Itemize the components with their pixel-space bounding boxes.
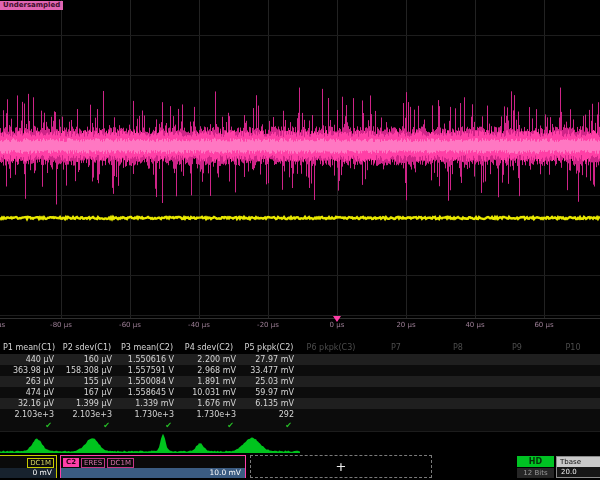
measurement-header[interactable]: P7 (364, 342, 428, 354)
measurement-cell: 155 µV (58, 376, 116, 387)
measurement-cell: 1.557591 V (116, 365, 178, 376)
descriptor-row: DC1M 0 mV C2 ERES DC1M 10.0 mV + HD 12 B… (0, 455, 600, 480)
c2-coupling-badge: DC1M (107, 458, 134, 468)
measurement-cell: 263 µV (0, 376, 58, 387)
measurement-header[interactable]: P5 pkpk(C2) (240, 342, 298, 354)
measurement-row: 474 µV167 µV1.558645 V10.031 mV59.97 mV (0, 387, 600, 398)
measurement-cell: 6.135 mV (240, 398, 298, 409)
measurement-cell (546, 376, 600, 387)
channel-c2-descriptor[interactable]: C2 ERES DC1M 10.0 mV (60, 455, 246, 478)
measurement-cell (298, 354, 364, 365)
measurement-cell (428, 409, 488, 420)
channel-c1-descriptor[interactable]: DC1M 0 mV (0, 455, 57, 478)
trigger-position-icon[interactable] (333, 316, 341, 322)
time-tick-label: 40 µs (465, 321, 484, 329)
c2-eres-badge: ERES (81, 458, 105, 468)
measurement-header[interactable]: P4 sdev(C2) (178, 342, 240, 354)
measurement-header[interactable]: P8 (428, 342, 488, 354)
undersampled-warning-badge: Undersampled (0, 1, 63, 10)
measurement-header[interactable]: P2 sdev(C1) (58, 342, 116, 354)
measurement-cell (488, 365, 546, 376)
measurement-header[interactable]: P6 pkpk(C3) (298, 342, 364, 354)
measurement-cell (546, 387, 600, 398)
time-tick-label: 0 µs (330, 321, 345, 329)
trace-canvas (0, 0, 600, 320)
measurement-cell: 158.308 µV (58, 365, 116, 376)
measurement-row: 263 µV155 µV1.550084 V1.891 mV25.03 mV (0, 376, 600, 387)
measurement-cell: 1.399 µV (58, 398, 116, 409)
measurement-cell: 1.558645 V (116, 387, 178, 398)
timebase-value: 20.0 (557, 467, 600, 477)
time-tick-label: -100 µs (0, 321, 5, 329)
measurement-cell (428, 387, 488, 398)
c1-vertical-scale: 0 mV (0, 468, 56, 478)
measurement-cell: 33.477 mV (240, 365, 298, 376)
time-tick-label: -80 µs (50, 321, 72, 329)
measurement-cell: 363.98 µV (0, 365, 58, 376)
add-trace-button[interactable]: + (250, 455, 432, 478)
measurement-cell (364, 398, 428, 409)
measurement-row: 440 µV160 µV1.550616 V2.200 mV27.97 mV (0, 354, 600, 365)
plus-icon: + (336, 459, 347, 474)
measurement-cell (364, 365, 428, 376)
measurement-cell: 160 µV (58, 354, 116, 365)
measurement-row: 363.98 µV158.308 µV1.557591 V2.968 mV33.… (0, 365, 600, 376)
measurement-header[interactable]: P3 mean(C2) (116, 342, 178, 354)
measurement-cell: 25.03 mV (240, 376, 298, 387)
c2-vertical-scale: 10.0 mV (61, 468, 245, 478)
waveform-grid[interactable]: Undersampled (0, 0, 600, 320)
measurement-cell (488, 398, 546, 409)
measurement-cell: 2.968 mV (178, 365, 240, 376)
measurement-cell: 32.16 µV (0, 398, 58, 409)
measurement-header[interactable]: P10 (546, 342, 600, 354)
measurement-cell: 1.550616 V (116, 354, 178, 365)
c1-coupling-badge: DC1M (27, 458, 54, 468)
measurement-header[interactable]: P9 (488, 342, 546, 354)
measurement-cell (298, 376, 364, 387)
measurement-cell (428, 398, 488, 409)
measurement-cell (488, 354, 546, 365)
measurement-cell: 292 (240, 409, 298, 420)
time-tick-label: -60 µs (119, 321, 141, 329)
measurement-cell: 1.676 mV (178, 398, 240, 409)
measurement-cell: 59.97 mV (240, 387, 298, 398)
measurement-cell (488, 376, 546, 387)
oscilloscope-screen: Undersampled -100 µs-80 µs-60 µs-40 µs-2… (0, 0, 600, 480)
hd-mode-badge[interactable]: HD (517, 456, 554, 467)
measurement-cell (546, 398, 600, 409)
measurement-row: 32.16 µV1.399 µV1.339 mV1.676 mV6.135 mV (0, 398, 600, 409)
measurement-cell (298, 387, 364, 398)
c2-channel-badge: C2 (63, 458, 79, 467)
measurement-cell: 1.550084 V (116, 376, 178, 387)
measurement-cell: 2.200 mV (178, 354, 240, 365)
measurement-cell (298, 365, 364, 376)
measurement-cell: 1.730e+3 (178, 409, 240, 420)
measurement-cell: 167 µV (58, 387, 116, 398)
measurement-histicon (0, 429, 600, 455)
measurement-cell: 1.891 mV (178, 376, 240, 387)
measurement-cell (298, 398, 364, 409)
hd-bits-label: 12 Bits (517, 468, 554, 478)
measurement-cell (488, 409, 546, 420)
measurement-table[interactable]: P1 mean(C1)P2 sdev(C1)P3 mean(C2)P4 sdev… (0, 342, 600, 431)
measurement-header[interactable]: P1 mean(C1) (0, 342, 58, 354)
measurement-cell (546, 354, 600, 365)
measurement-cell (546, 409, 600, 420)
measurement-cell (298, 409, 364, 420)
measurement-cell (546, 365, 600, 376)
measurement-cell (488, 387, 546, 398)
grid-bottom-border (0, 318, 600, 319)
measurement-cell (364, 376, 428, 387)
measurement-cell: 2.103e+3 (0, 409, 58, 420)
timebase-descriptor[interactable]: Tbase 20.0 (556, 456, 600, 478)
measurement-cell (428, 365, 488, 376)
measurement-cell (364, 387, 428, 398)
measurement-cell: 1.730e+3 (116, 409, 178, 420)
measurement-cell (428, 354, 488, 365)
time-tick-label: -20 µs (257, 321, 279, 329)
time-tick-label: -40 µs (188, 321, 210, 329)
measurement-cell: 10.031 mV (178, 387, 240, 398)
measurement-cell (428, 376, 488, 387)
measurement-cell (364, 354, 428, 365)
measurement-cell: 27.97 mV (240, 354, 298, 365)
